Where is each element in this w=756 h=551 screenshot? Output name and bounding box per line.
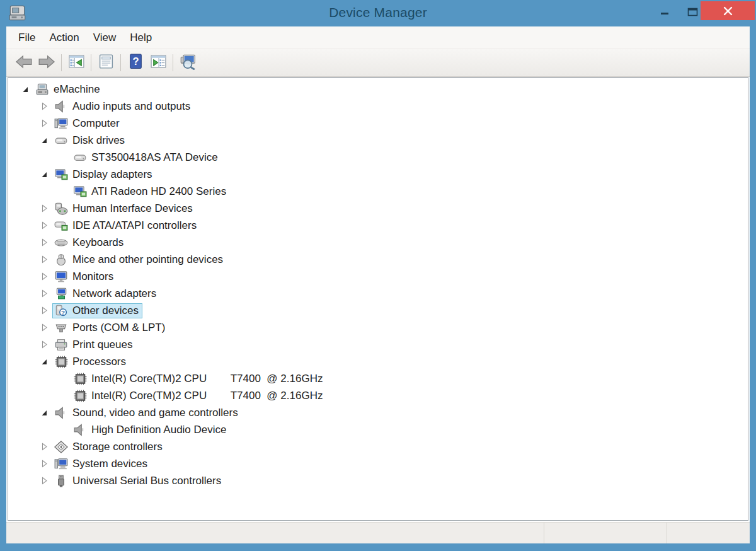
chevron-collapsed-icon[interactable] xyxy=(38,442,52,451)
app-body: FileActionViewHelp ? eMachineAudio input… xyxy=(6,26,750,543)
tree-item-content[interactable]: Print queues xyxy=(52,337,136,352)
tree-item[interactable]: ATI Radeon HD 2400 Series xyxy=(8,183,748,200)
tree-item[interactable]: Computer xyxy=(8,115,748,132)
chevron-collapsed-icon[interactable] xyxy=(38,204,52,213)
chevron-collapsed-icon[interactable] xyxy=(38,323,52,332)
tree-item[interactable]: Mice and other pointing devices xyxy=(8,251,748,268)
chevron-collapsed-icon[interactable] xyxy=(38,289,52,298)
tree-item[interactable]: Intel(R) Core(TM)2 CPU T7400 @ 2.16GHz xyxy=(8,370,748,387)
tree-item[interactable]: Keyboards xyxy=(8,234,748,251)
properties-icon xyxy=(98,54,115,72)
tree-item-content[interactable]: Mice and other pointing devices xyxy=(52,252,227,267)
tree-item-content[interactable]: Network adapters xyxy=(52,286,160,301)
tree-item[interactable]: Intel(R) Core(TM)2 CPU T7400 @ 2.16GHz xyxy=(8,387,748,404)
tree-item[interactable]: Disk drives xyxy=(8,132,748,149)
tree-item-content[interactable]: Computer xyxy=(52,116,123,131)
back-button[interactable] xyxy=(13,53,35,73)
menu-item-action[interactable]: Action xyxy=(42,32,86,44)
chevron-collapsed-icon[interactable] xyxy=(38,340,52,349)
tree-item-content[interactable]: Sound, video and game controllers xyxy=(52,405,242,420)
tree-item-label: Ports (COM & LPT) xyxy=(72,322,165,334)
tree-item-content[interactable]: Processors xyxy=(52,354,130,369)
toolbar: ? xyxy=(6,49,750,77)
tree-item-label: ST3500418AS ATA Device xyxy=(91,151,218,164)
speaker-icon xyxy=(54,100,69,113)
chevron-expanded-icon[interactable] xyxy=(38,408,52,417)
display-adapter-icon xyxy=(73,185,88,198)
toolbar-separator xyxy=(173,54,173,71)
forward-button[interactable] xyxy=(35,53,58,73)
tree-item-content[interactable]: Human Interface Devices xyxy=(52,201,197,216)
chevron-collapsed-icon[interactable] xyxy=(38,221,52,230)
tree-item[interactable]: eMachine xyxy=(8,81,748,98)
minimize-button[interactable] xyxy=(653,3,677,21)
tree-item-content[interactable]: eMachine xyxy=(33,82,104,97)
tree-item[interactable]: Sound, video and game controllers xyxy=(8,404,748,421)
menu-item-file[interactable]: File xyxy=(11,32,42,44)
tree-item-content[interactable]: IDE ATA/ATAPI controllers xyxy=(52,218,200,233)
tree-item[interactable]: High Definition Audio Device xyxy=(8,421,748,438)
tree-item[interactable]: System devices xyxy=(8,455,748,472)
system-devices-icon xyxy=(54,458,69,470)
help-button[interactable]: ? xyxy=(124,53,147,73)
show-console-tree-button[interactable] xyxy=(65,53,88,73)
tree-item-content[interactable]: System devices xyxy=(52,456,151,472)
storage-controller-icon xyxy=(54,441,69,453)
tree-item[interactable]: Ports (COM & LPT) xyxy=(8,319,748,336)
chevron-collapsed-icon[interactable] xyxy=(38,459,52,468)
tree-item[interactable]: Display adapters xyxy=(8,166,748,183)
tree-item[interactable]: Universal Serial Bus controllers xyxy=(8,472,748,489)
tree-item-content[interactable]: ATI Radeon HD 2400 Series xyxy=(71,184,230,199)
tree-item-content[interactable]: Monitors xyxy=(52,269,117,284)
menu-bar: FileActionViewHelp xyxy=(6,26,750,49)
chevron-collapsed-icon[interactable] xyxy=(38,272,52,281)
tree-item-label: Print queues xyxy=(72,339,132,351)
tree-item-content[interactable]: Universal Serial Bus controllers xyxy=(52,473,225,489)
chevron-expanded-icon[interactable] xyxy=(38,170,52,179)
menu-item-view[interactable]: View xyxy=(86,32,123,44)
maximize-icon xyxy=(687,8,698,16)
toolbar-separator xyxy=(91,54,91,71)
tree-item-content[interactable]: Ports (COM & LPT) xyxy=(52,320,169,335)
chevron-collapsed-icon[interactable] xyxy=(38,238,52,247)
expander-spacer xyxy=(57,374,71,383)
disk-drive-icon xyxy=(54,134,69,147)
scan-hardware-changes-button[interactable] xyxy=(176,53,199,73)
menu-item-help[interactable]: Help xyxy=(123,32,159,44)
tree-item[interactable]: Audio inputs and outputs xyxy=(8,98,748,115)
tree-item-content[interactable]: Disk drives xyxy=(52,133,129,148)
tree-item-content[interactable]: Display adapters xyxy=(52,167,156,182)
tree-item-content-selected[interactable]: ?Other devices xyxy=(52,303,142,318)
chevron-collapsed-icon[interactable] xyxy=(38,119,52,128)
properties-button[interactable] xyxy=(94,53,117,73)
chevron-collapsed-icon[interactable] xyxy=(38,102,52,111)
unknown-device-icon: ? xyxy=(54,304,69,317)
tree-item[interactable]: ?Other devices xyxy=(8,302,748,319)
close-button[interactable] xyxy=(701,1,755,20)
show-action-pane-button[interactable] xyxy=(147,53,169,73)
tree-item-label: eMachine xyxy=(54,83,100,96)
chevron-collapsed-icon[interactable] xyxy=(38,476,52,485)
tree-item-content[interactable]: High Definition Audio Device xyxy=(71,422,231,438)
tree-item-content[interactable]: Intel(R) Core(TM)2 CPU T7400 @ 2.16GHz xyxy=(71,371,326,386)
tree-item[interactable]: Processors xyxy=(8,353,748,370)
tree-item[interactable]: Monitors xyxy=(8,268,748,285)
tree-item-content[interactable]: Storage controllers xyxy=(52,439,166,455)
tree-item-content[interactable]: Audio inputs and outputs xyxy=(52,99,194,114)
tree-item-content[interactable]: Intel(R) Core(TM)2 CPU T7400 @ 2.16GHz xyxy=(71,388,326,403)
tree-item-content[interactable]: ST3500418AS ATA Device xyxy=(71,150,222,165)
tree-item[interactable]: Print queues xyxy=(8,336,748,353)
tree-item[interactable]: Storage controllers xyxy=(8,438,748,455)
chevron-collapsed-icon[interactable] xyxy=(38,255,52,264)
chevron-collapsed-icon[interactable] xyxy=(38,306,52,315)
tree-item[interactable]: Human Interface Devices xyxy=(8,200,748,217)
chevron-expanded-icon[interactable] xyxy=(20,84,33,94)
tree-item-label: Other devices xyxy=(72,304,139,317)
chevron-expanded-icon[interactable] xyxy=(38,357,52,366)
title-bar: Device Manager xyxy=(0,0,756,26)
tree-item[interactable]: ST3500418AS ATA Device xyxy=(8,149,748,166)
tree-item[interactable]: IDE ATA/ATAPI controllers xyxy=(8,217,748,234)
tree-item-content[interactable]: Keyboards xyxy=(52,235,127,250)
chevron-expanded-icon[interactable] xyxy=(38,136,52,145)
tree-item[interactable]: Network adapters xyxy=(8,285,748,302)
